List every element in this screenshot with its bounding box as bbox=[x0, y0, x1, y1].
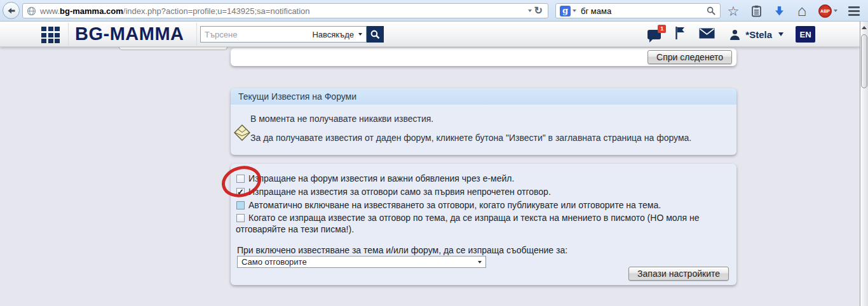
notify-type-label: При включено известяване за тема и/или ф… bbox=[237, 245, 567, 255]
notifications-button[interactable]: 1 bbox=[648, 30, 661, 39]
notification-badge: 1 bbox=[658, 25, 666, 33]
hamburger-icon bbox=[848, 6, 860, 16]
back-arrow-icon bbox=[6, 6, 17, 16]
bookmarks-menu-icon[interactable] bbox=[745, 0, 768, 22]
option-row-first-unread-only: Изпращане на известия за отговори само з… bbox=[236, 185, 731, 198]
option-row-auto-notify: Автоматично включване на известяването з… bbox=[236, 199, 731, 211]
site-header: BG-MAMMA Търсене Навсякъде 1 bbox=[0, 22, 860, 47]
scrollbar-thumb[interactable] bbox=[861, 34, 867, 88]
header-user-icons: 1 *Stela bbox=[648, 22, 783, 47]
notice-text: В момента не получавате никакви известия… bbox=[250, 114, 433, 124]
search-icon bbox=[370, 29, 381, 40]
header-divider bbox=[68, 23, 69, 46]
option-label: Изпращане на известия за отговори само з… bbox=[248, 187, 551, 197]
downloads-icon[interactable] bbox=[768, 0, 790, 22]
search-query[interactable]: бг мама bbox=[581, 6, 707, 16]
checkbox-include-post-text[interactable] bbox=[236, 214, 245, 222]
menu-button[interactable] bbox=[843, 0, 865, 22]
url-text: www.bg-mamma.com/index.php?action=profil… bbox=[40, 6, 526, 16]
checkbox-email-notices[interactable] bbox=[236, 175, 245, 183]
notice-text: За да получавате известия от даден форум… bbox=[250, 133, 691, 143]
option-label: Автоматично включване на известяването з… bbox=[248, 200, 661, 210]
username-label: *Stela bbox=[745, 29, 772, 40]
adblock-icon: ABP bbox=[818, 4, 832, 18]
option-label: Изпращане на форум известия и важни обяв… bbox=[248, 173, 514, 183]
google-icon: g bbox=[560, 6, 571, 17]
header-divider bbox=[196, 23, 197, 46]
envelope-diamond-icon bbox=[234, 124, 250, 141]
search-icon[interactable] bbox=[707, 6, 716, 16]
forum-search-button[interactable] bbox=[367, 26, 384, 43]
options-list: Изпращане на форум известия и важни обяв… bbox=[236, 172, 731, 236]
browser-toolbar: www.bg-mamma.com/index.php?action=profil… bbox=[0, 0, 868, 22]
user-menu[interactable]: *Stela bbox=[729, 29, 783, 41]
current-notices-panel: Текущи Известия на Форуми В момента не п… bbox=[231, 88, 736, 155]
chevron-down-icon bbox=[358, 33, 362, 36]
user-icon bbox=[729, 29, 741, 41]
followed-panel-bottom: Спри следенето bbox=[231, 48, 736, 66]
option-row-include-post-text: Когато се изпраща известие за отговор по… bbox=[236, 212, 731, 235]
adblock-dropdown-icon[interactable] bbox=[834, 10, 837, 12]
save-settings-button[interactable]: Запази настройките bbox=[628, 267, 729, 281]
panel-title: Текущи Известия на Форуми bbox=[231, 88, 736, 105]
url-bar[interactable]: www.bg-mamma.com/index.php?action=profil… bbox=[22, 3, 548, 18]
option-label: Когато се изпраща известие за отговор по… bbox=[236, 213, 699, 234]
forum-search-input[interactable]: Търсене Навсякъде bbox=[200, 26, 367, 43]
scrollbar[interactable] bbox=[860, 22, 868, 306]
messages-button[interactable] bbox=[699, 28, 715, 41]
globe-icon bbox=[27, 6, 36, 16]
search-engine-dropdown-icon[interactable] bbox=[573, 10, 576, 12]
search-scope-dropdown[interactable]: Навсякъде bbox=[312, 30, 362, 39]
mail-icon bbox=[699, 28, 715, 39]
home-icon[interactable] bbox=[790, 0, 813, 22]
checkbox-first-unread-only[interactable] bbox=[236, 188, 245, 196]
adblock-button[interactable]: ABP bbox=[813, 0, 843, 22]
flag-icon bbox=[675, 26, 685, 40]
site-logo[interactable]: BG-MAMMA bbox=[75, 23, 184, 44]
scroll-up-arrow[interactable] bbox=[860, 23, 868, 32]
toolbar-icons: ABP bbox=[722, 0, 865, 22]
notify-type-select[interactable]: Само отговорите bbox=[237, 256, 486, 268]
selected-option: Само отговорите bbox=[241, 257, 307, 267]
search-placeholder: Търсене bbox=[205, 30, 312, 39]
chevron-down-icon bbox=[778, 32, 783, 36]
notification-settings-panel: Изпращане на форум известия и важни обяв… bbox=[231, 164, 736, 285]
search-scope-label: Навсякъде bbox=[312, 30, 354, 39]
back-button[interactable] bbox=[3, 2, 20, 19]
checkbox-auto-notify[interactable] bbox=[236, 201, 245, 210]
web-search-box[interactable]: g бг мама bbox=[555, 3, 721, 18]
bookmark-star-icon[interactable] bbox=[722, 0, 745, 22]
language-button[interactable]: EN bbox=[796, 26, 815, 43]
chevron-down-icon bbox=[478, 261, 482, 263]
down-arrow-icon bbox=[774, 6, 785, 17]
followed-topics-button[interactable] bbox=[675, 26, 685, 43]
stop-following-button[interactable]: Спри следенето bbox=[648, 50, 732, 64]
screen: www.bg-mamma.com/index.php?action=profil… bbox=[0, 0, 868, 306]
option-row-email-notices: Изпращане на форум известия и важни обяв… bbox=[236, 172, 731, 185]
apps-grid-icon[interactable] bbox=[41, 27, 60, 43]
clipboard-icon bbox=[751, 5, 762, 17]
reload-icon[interactable] bbox=[532, 6, 545, 16]
